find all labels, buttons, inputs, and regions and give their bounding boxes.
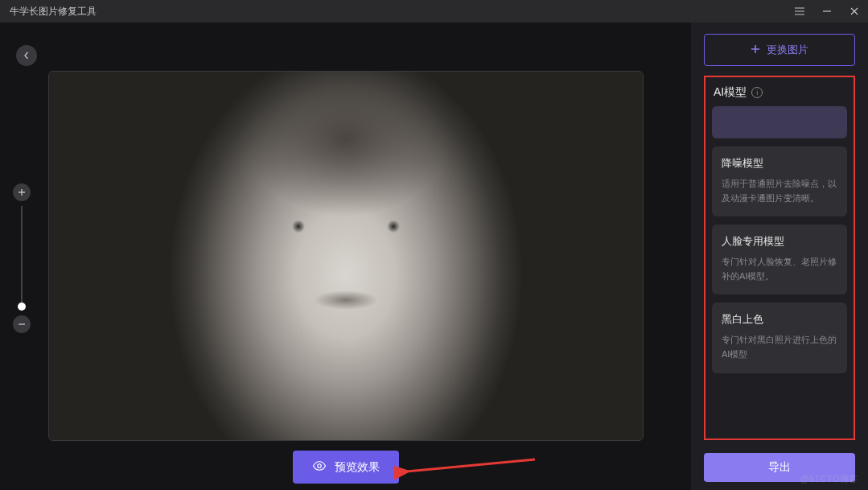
arrow-annotation-icon bbox=[394, 455, 539, 480]
zoom-in-button[interactable] bbox=[13, 183, 31, 201]
close-icon[interactable] bbox=[847, 4, 862, 19]
zoom-thumb[interactable] bbox=[18, 303, 26, 311]
change-image-button[interactable]: 更换图片 bbox=[704, 34, 855, 66]
eye-icon bbox=[312, 459, 327, 476]
selected-model-placeholder[interactable] bbox=[712, 106, 847, 138]
model-title: 降噪模型 bbox=[722, 156, 837, 171]
model-card-denoise[interactable]: 降噪模型 适用于普通照片去除噪点，以及动漫卡通图片变清晰。 bbox=[712, 146, 847, 216]
preview-button-label: 预览效果 bbox=[335, 460, 380, 475]
ai-model-title-text: AI模型 bbox=[714, 85, 747, 100]
model-card-face[interactable]: 人脸专用模型 专门针对人脸恢复、老照片修补的AI模型。 bbox=[712, 224, 847, 294]
model-desc: 专门针对人脸恢复、老照片修补的AI模型。 bbox=[722, 255, 837, 283]
svg-point-0 bbox=[317, 464, 321, 468]
watermark: @51CTO博客 bbox=[800, 473, 858, 485]
window-controls bbox=[792, 4, 862, 19]
model-desc: 适用于普通照片去除噪点，以及动漫卡通图片变清晰。 bbox=[722, 177, 837, 205]
minimize-icon[interactable] bbox=[820, 4, 834, 19]
info-icon[interactable]: i bbox=[751, 87, 763, 98]
change-image-label: 更换图片 bbox=[767, 43, 808, 57]
ai-model-section-title: AI模型 i bbox=[712, 84, 847, 100]
svg-line-2 bbox=[406, 459, 535, 471]
back-button[interactable] bbox=[16, 45, 37, 66]
image-viewport[interactable] bbox=[48, 71, 644, 441]
export-button-label: 导出 bbox=[768, 460, 791, 475]
zoom-controls bbox=[13, 183, 31, 333]
menu-icon[interactable] bbox=[792, 4, 807, 19]
canvas-area: 预览效果 bbox=[0, 23, 691, 490]
preview-bar: 预览效果 bbox=[0, 441, 691, 484]
titlebar: 牛学长图片修复工具 bbox=[0, 0, 868, 23]
model-title: 黑白上色 bbox=[722, 312, 837, 327]
model-title: 人脸专用模型 bbox=[722, 234, 837, 249]
zoom-out-button[interactable] bbox=[13, 315, 31, 333]
sidebar: 更换图片 AI模型 i 降噪模型 适用于普通照片去除噪点，以及动漫卡通图片变清晰… bbox=[691, 23, 868, 490]
preview-button[interactable]: 预览效果 bbox=[293, 451, 399, 484]
zoom-slider[interactable] bbox=[21, 206, 23, 311]
model-section-highlight: AI模型 i 降噪模型 适用于普通照片去除噪点，以及动漫卡通图片变清晰。 人脸专… bbox=[704, 76, 855, 440]
model-card-colorize[interactable]: 黑白上色 专门针对黑白照片进行上色的AI模型 bbox=[712, 303, 847, 373]
main-area: 预览效果 更换图片 AI模型 i bbox=[0, 23, 868, 490]
app-title: 牛学长图片修复工具 bbox=[6, 5, 97, 19]
model-desc: 专门针对黑白照片进行上色的AI模型 bbox=[722, 333, 837, 361]
loaded-image bbox=[49, 72, 643, 440]
plus-icon bbox=[751, 44, 760, 56]
